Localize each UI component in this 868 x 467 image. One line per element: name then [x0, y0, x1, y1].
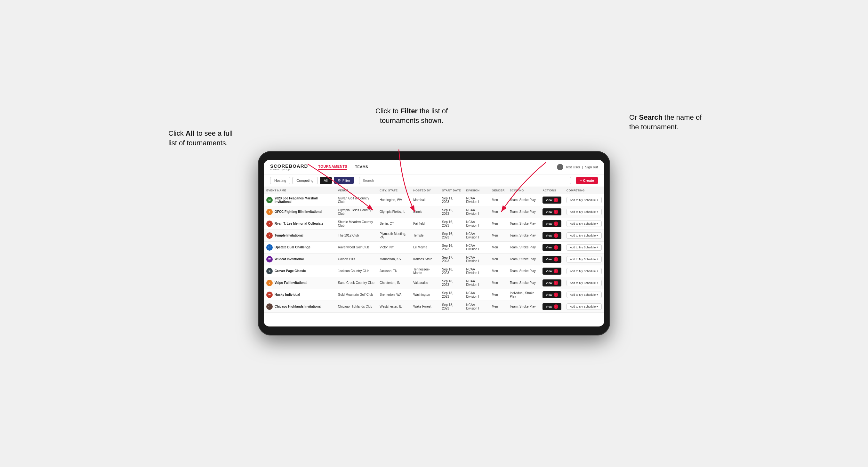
table-row: M 2023 Joe Feaganes Marshall Invitationa… — [264, 194, 604, 206]
add-schedule-button-8[interactable]: Add to My Schedule + — [566, 291, 602, 298]
event-title-5: Wildcat Invitational — [275, 257, 304, 261]
tournaments-table-container: EVENT NAME VENUE CITY, STATE HOSTED BY S… — [264, 187, 604, 313]
cell-actions-7: View i — [540, 277, 564, 289]
cell-hosted-4: Le Moyne — [411, 241, 439, 253]
annotation-top-left: Click All to see a full list of tourname… — [168, 129, 239, 149]
cell-event-2: F Ryan T. Lee Memorial Collegiate — [264, 218, 335, 229]
cell-actions-5: View i — [540, 253, 564, 265]
col-venue: VENUE — [335, 187, 377, 194]
cell-date-5: Sep 17, 2023 — [439, 253, 463, 265]
cell-city-9: Westchester, IL — [377, 301, 411, 312]
info-icon-4: i — [554, 245, 558, 250]
col-city-state: CITY, STATE — [377, 187, 411, 194]
view-button-2[interactable]: View i — [542, 220, 561, 227]
view-button-0[interactable]: View i — [542, 196, 561, 204]
add-schedule-button-9[interactable]: Add to My Schedule + — [566, 304, 602, 310]
create-button[interactable]: + Create — [576, 177, 598, 184]
col-scoring: SCORING — [507, 187, 540, 194]
add-schedule-button-5[interactable]: Add to My Schedule + — [566, 256, 602, 262]
view-button-7[interactable]: View i — [542, 279, 561, 286]
cell-hosted-7: Valparaiso — [411, 277, 439, 289]
filter-button[interactable]: ⚙ Filter — [334, 177, 354, 184]
cell-scoring-9: Team, Stroke Play — [507, 301, 540, 312]
add-schedule-button-0[interactable]: Add to My Schedule + — [566, 197, 602, 203]
team-logo-1: I — [266, 209, 273, 215]
view-button-4[interactable]: View i — [542, 244, 561, 251]
view-button-8[interactable]: View i — [542, 291, 561, 298]
team-logo-4: U — [266, 244, 273, 251]
cell-event-7: V Valpo Fall Invitational — [264, 277, 335, 289]
table-row: W Wildcat Invitational Colbert Hills Man… — [264, 253, 604, 265]
tablet-frame: SCOREBOARD Powered by clippd TOURNAMENTS… — [258, 151, 610, 336]
cell-venue-8: Gold Mountain Golf Club — [335, 289, 377, 301]
annotation-top-center: Click to Filter the list of tournaments … — [361, 106, 463, 126]
cell-division-1: NCAA Division I — [463, 206, 489, 218]
cell-competing-0: Add to My Schedule + — [564, 194, 604, 206]
cell-hosted-6: Tennessee-Martin — [411, 265, 439, 277]
view-button-5[interactable]: View i — [542, 256, 561, 263]
cell-division-4: NCAA Division I — [463, 241, 489, 253]
cell-gender-7: Men — [489, 277, 507, 289]
add-schedule-button-7[interactable]: Add to My Schedule + — [566, 280, 602, 286]
view-button-9[interactable]: View i — [542, 303, 561, 310]
view-button-6[interactable]: View i — [542, 268, 561, 275]
cell-hosted-2: Fairfield — [411, 218, 439, 229]
cell-actions-2: View i — [540, 218, 564, 229]
tab-hosting[interactable]: Hosting — [270, 177, 290, 184]
cell-venue-9: Chicago Highlands Club — [335, 301, 377, 312]
cell-competing-3: Add to My Schedule + — [564, 229, 604, 241]
cell-division-3: NCAA Division I — [463, 229, 489, 241]
col-start-date: START DATE — [439, 187, 463, 194]
add-schedule-button-3[interactable]: Add to My Schedule + — [566, 232, 602, 239]
cell-date-8: Sep 18, 2023 — [439, 289, 463, 301]
view-button-1[interactable]: View i — [542, 208, 561, 215]
add-schedule-button-1[interactable]: Add to My Schedule + — [566, 209, 602, 215]
info-icon-7: i — [554, 281, 558, 285]
cell-city-0: Huntington, WV — [377, 194, 411, 206]
team-logo-9: C — [266, 304, 273, 310]
cell-gender-5: Men — [489, 253, 507, 265]
sign-out-link[interactable]: Sign out — [585, 165, 598, 169]
info-icon-0: i — [554, 198, 558, 202]
col-division: DIVISION — [463, 187, 489, 194]
table-row: V Valpo Fall Invitational Sand Creek Cou… — [264, 277, 604, 289]
table-header-row: EVENT NAME VENUE CITY, STATE HOSTED BY S… — [264, 187, 604, 194]
cell-scoring-0: Team, Stroke Play — [507, 194, 540, 206]
add-schedule-button-4[interactable]: Add to My Schedule + — [566, 244, 602, 251]
cell-gender-4: Men — [489, 241, 507, 253]
cell-event-1: I OFCC Fighting Illini Invitational — [264, 206, 335, 218]
cell-event-8: W Husky Individual — [264, 289, 335, 301]
cell-competing-7: Add to My Schedule + — [564, 277, 604, 289]
cell-division-0: NCAA Division I — [463, 194, 489, 206]
view-button-3[interactable]: View i — [542, 232, 561, 239]
search-input[interactable] — [359, 177, 571, 184]
cell-actions-1: View i — [540, 206, 564, 218]
nav-user: Test User | Sign out — [557, 164, 598, 170]
cell-venue-4: Ravenwood Golf Club — [335, 241, 377, 253]
cell-date-4: Sep 16, 2023 — [439, 241, 463, 253]
tab-all[interactable]: All — [320, 177, 332, 184]
event-title-8: Husky Individual — [275, 293, 300, 297]
add-schedule-button-6[interactable]: Add to My Schedule + — [566, 268, 602, 274]
event-title-9: Chicago Highlands Invitational — [275, 305, 321, 308]
cell-gender-2: Men — [489, 218, 507, 229]
cell-division-6: NCAA Division I — [463, 265, 489, 277]
nav-tournaments[interactable]: TOURNAMENTS — [318, 164, 347, 169]
cell-date-2: Sep 16, 2023 — [439, 218, 463, 229]
cell-scoring-3: Team, Stroke Play — [507, 229, 540, 241]
cell-actions-6: View i — [540, 265, 564, 277]
cell-hosted-5: Kansas State — [411, 253, 439, 265]
nav-teams[interactable]: TEAMS — [355, 165, 368, 169]
cell-gender-9: Men — [489, 301, 507, 312]
cell-division-7: NCAA Division I — [463, 277, 489, 289]
cell-venue-1: Olympia Fields Country Club — [335, 206, 377, 218]
team-logo-6: G — [266, 268, 273, 274]
event-title-3: Temple Invitational — [275, 234, 303, 237]
cell-event-5: W Wildcat Invitational — [264, 253, 335, 265]
add-schedule-button-2[interactable]: Add to My Schedule + — [566, 221, 602, 227]
event-title-4: Upstate Dual Challenge — [275, 246, 310, 249]
info-icon-2: i — [554, 221, 558, 226]
cell-event-6: G Grover Page Classic — [264, 265, 335, 277]
table-row: W Husky Individual Gold Mountain Golf Cl… — [264, 289, 604, 301]
tab-competing[interactable]: Competing — [292, 177, 317, 184]
